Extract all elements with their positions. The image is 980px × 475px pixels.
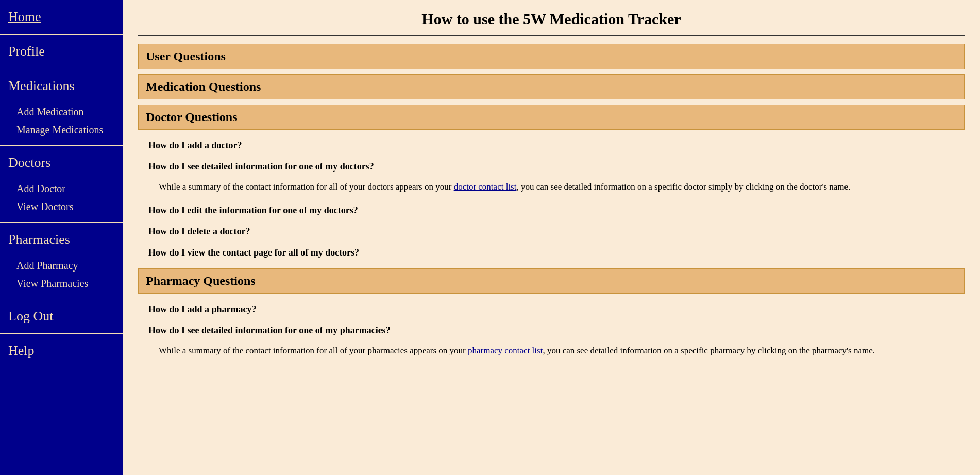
faq-doctor-detail-question[interactable]: How do I see detailed information for on… — [138, 156, 965, 177]
faq-doctor-detail-text-prefix: While a summary of the contact informati… — [159, 182, 454, 192]
sidebar-item-doctors[interactable]: Doctors — [0, 146, 123, 180]
sidebar-item-view-doctors[interactable]: View Doctors — [0, 198, 123, 216]
pharmacy-questions-section: Pharmacy Questions How do I add a pharma… — [138, 268, 965, 364]
main-content: How to use the 5W Medication Tracker Use… — [123, 0, 980, 475]
sidebar-item-help[interactable]: Help — [0, 334, 123, 368]
sidebar-item-add-pharmacy[interactable]: Add Pharmacy — [0, 257, 123, 275]
sidebar-section-medications: Medications Add Medication Manage Medica… — [0, 69, 123, 146]
sidebar-item-profile[interactable]: Profile — [0, 35, 123, 69]
sidebar-item-pharmacies[interactable]: Pharmacies — [0, 223, 123, 257]
pharmacy-questions-header: Pharmacy Questions — [138, 268, 965, 294]
sidebar-section-profile: Profile — [0, 35, 123, 69]
sidebar-item-medications[interactable]: Medications — [0, 69, 123, 103]
medication-questions-section: Medication Questions — [138, 74, 965, 99]
faq-view-doctor-contact-question[interactable]: How do I view the contact page for all o… — [138, 242, 965, 263]
sidebar-section-home: Home — [0, 0, 123, 35]
faq-pharmacy-detail-question[interactable]: How do I see detailed information for on… — [138, 320, 965, 341]
faq-doctor-detail-text-suffix: , you can see detailed information on a … — [516, 182, 850, 192]
sidebar-section-help: Help — [0, 334, 123, 368]
sidebar-section-doctors: Doctors Add Doctor View Doctors — [0, 146, 123, 223]
faq-edit-doctor-question[interactable]: How do I edit the information for one of… — [138, 200, 965, 221]
sidebar: Home Profile Medications Add Medication … — [0, 0, 123, 475]
sidebar-item-manage-medications[interactable]: Manage Medications — [0, 121, 123, 139]
pharmacy-contact-list-link[interactable]: pharmacy contact list — [468, 346, 543, 355]
doctor-contact-list-link[interactable]: doctor contact list — [454, 182, 517, 192]
doctor-questions-header: Doctor Questions — [138, 105, 965, 130]
sidebar-item-logout[interactable]: Log Out — [0, 299, 123, 333]
user-questions-header: User Questions — [138, 44, 965, 69]
faq-add-doctor-question[interactable]: How do I add a doctor? — [138, 135, 965, 156]
page-title: How to use the 5W Medication Tracker — [138, 10, 965, 28]
title-divider — [138, 35, 965, 36]
sidebar-item-add-doctor[interactable]: Add Doctor — [0, 180, 123, 198]
doctor-questions-section: Doctor Questions How do I add a doctor? … — [138, 105, 965, 263]
faq-pharmacy-detail-text-suffix: , you can see detailed information on a … — [543, 346, 875, 355]
sidebar-section-pharmacies: Pharmacies Add Pharmacy View Pharmacies — [0, 223, 123, 299]
sidebar-item-home[interactable]: Home — [0, 0, 123, 34]
user-questions-section: User Questions — [138, 44, 965, 69]
sidebar-section-logout: Log Out — [0, 299, 123, 334]
medication-questions-header: Medication Questions — [138, 74, 965, 99]
faq-doctor-detail-answer: While a summary of the contact informati… — [138, 177, 965, 200]
faq-add-pharmacy-question[interactable]: How do I add a pharmacy? — [138, 299, 965, 320]
sidebar-item-view-pharmacies[interactable]: View Pharmacies — [0, 275, 123, 293]
sidebar-item-add-medication[interactable]: Add Medication — [0, 103, 123, 121]
faq-pharmacy-detail-answer: While a summary of the contact informati… — [138, 341, 965, 364]
faq-pharmacy-detail-text-prefix: While a summary of the contact informati… — [159, 346, 468, 355]
faq-delete-doctor-question[interactable]: How do I delete a doctor? — [138, 221, 965, 242]
